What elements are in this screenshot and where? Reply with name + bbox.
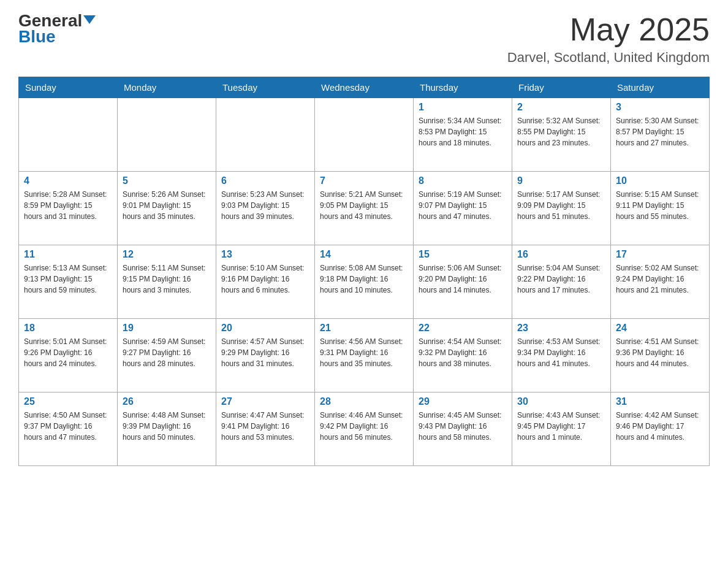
day-info: Sunrise: 5:19 AM Sunset: 9:07 PM Dayligh… (419, 189, 507, 222)
calendar-cell: 1Sunrise: 5:34 AM Sunset: 8:53 PM Daylig… (414, 98, 512, 172)
day-info: Sunrise: 5:23 AM Sunset: 9:03 PM Dayligh… (221, 189, 309, 222)
calendar-cell: 15Sunrise: 5:06 AM Sunset: 9:20 PM Dayli… (414, 245, 512, 319)
day-number: 27 (221, 396, 309, 407)
page-header: General Blue May 2025 Darvel, Scotland, … (18, 12, 710, 66)
day-number: 24 (616, 323, 704, 334)
day-info: Sunrise: 5:08 AM Sunset: 9:18 PM Dayligh… (320, 262, 408, 296)
day-number: 17 (616, 249, 704, 260)
day-info: Sunrise: 4:47 AM Sunset: 9:41 PM Dayligh… (221, 410, 309, 443)
title-block: May 2025 Darvel, Scotland, United Kingdo… (507, 12, 710, 66)
calendar-week-row: 18Sunrise: 5:01 AM Sunset: 9:26 PM Dayli… (19, 319, 710, 393)
calendar-cell: 12Sunrise: 5:11 AM Sunset: 9:15 PM Dayli… (118, 245, 216, 319)
day-number: 9 (517, 175, 605, 186)
day-number: 25 (24, 396, 112, 407)
location-title: Darvel, Scotland, United Kingdom (507, 50, 710, 66)
calendar-cell: 2Sunrise: 5:32 AM Sunset: 8:55 PM Daylig… (512, 98, 611, 172)
day-info: Sunrise: 5:01 AM Sunset: 9:26 PM Dayligh… (24, 336, 112, 369)
calendar-cell: 22Sunrise: 4:54 AM Sunset: 9:32 PM Dayli… (414, 319, 512, 393)
day-number: 7 (320, 175, 408, 186)
calendar-cell (315, 98, 414, 172)
calendar-header-monday: Monday (118, 77, 216, 98)
calendar-cell: 27Sunrise: 4:47 AM Sunset: 9:41 PM Dayli… (216, 393, 315, 466)
day-number: 13 (221, 249, 309, 260)
day-info: Sunrise: 5:15 AM Sunset: 9:11 PM Dayligh… (616, 189, 704, 222)
calendar-week-row: 4Sunrise: 5:28 AM Sunset: 8:59 PM Daylig… (19, 172, 710, 245)
logo-blue: Blue (18, 28, 56, 45)
calendar-cell: 4Sunrise: 5:28 AM Sunset: 8:59 PM Daylig… (19, 172, 118, 245)
calendar-cell (19, 98, 118, 172)
calendar-header-saturday: Saturday (611, 77, 710, 98)
day-number: 29 (419, 396, 507, 407)
day-info: Sunrise: 4:42 AM Sunset: 9:46 PM Dayligh… (616, 410, 704, 443)
day-info: Sunrise: 5:06 AM Sunset: 9:20 PM Dayligh… (419, 262, 507, 296)
day-number: 21 (320, 323, 408, 334)
calendar-table: SundayMondayTuesdayWednesdayThursdayFrid… (18, 77, 710, 466)
day-number: 2 (517, 102, 605, 113)
calendar-cell: 14Sunrise: 5:08 AM Sunset: 9:18 PM Dayli… (315, 245, 414, 319)
day-number: 26 (123, 396, 211, 407)
calendar-cell: 9Sunrise: 5:17 AM Sunset: 9:09 PM Daylig… (512, 172, 611, 245)
calendar-cell: 21Sunrise: 4:56 AM Sunset: 9:31 PM Dayli… (315, 319, 414, 393)
day-info: Sunrise: 4:45 AM Sunset: 9:43 PM Dayligh… (419, 410, 507, 443)
day-number: 1 (419, 102, 507, 113)
day-number: 5 (123, 175, 211, 186)
calendar-cell: 26Sunrise: 4:48 AM Sunset: 9:39 PM Dayli… (118, 393, 216, 466)
day-info: Sunrise: 5:10 AM Sunset: 9:16 PM Dayligh… (221, 262, 309, 296)
calendar-header-thursday: Thursday (414, 77, 512, 98)
calendar-cell: 23Sunrise: 4:53 AM Sunset: 9:34 PM Dayli… (512, 319, 611, 393)
calendar-week-row: 1Sunrise: 5:34 AM Sunset: 8:53 PM Daylig… (19, 98, 710, 172)
calendar-cell: 3Sunrise: 5:30 AM Sunset: 8:57 PM Daylig… (611, 98, 710, 172)
day-number: 19 (123, 323, 211, 334)
logo: General Blue (18, 12, 96, 45)
day-info: Sunrise: 4:59 AM Sunset: 9:27 PM Dayligh… (123, 336, 211, 369)
day-info: Sunrise: 4:54 AM Sunset: 9:32 PM Dayligh… (419, 336, 507, 369)
day-info: Sunrise: 4:56 AM Sunset: 9:31 PM Dayligh… (320, 336, 408, 369)
calendar-cell: 17Sunrise: 5:02 AM Sunset: 9:24 PM Dayli… (611, 245, 710, 319)
logo-triangle-icon (83, 15, 96, 24)
calendar-cell (118, 98, 216, 172)
day-info: Sunrise: 5:30 AM Sunset: 8:57 PM Dayligh… (616, 115, 704, 148)
day-info: Sunrise: 4:50 AM Sunset: 9:37 PM Dayligh… (24, 410, 112, 443)
calendar-header-friday: Friday (512, 77, 611, 98)
calendar-cell (216, 98, 315, 172)
calendar-cell: 25Sunrise: 4:50 AM Sunset: 9:37 PM Dayli… (19, 393, 118, 466)
day-info: Sunrise: 4:57 AM Sunset: 9:29 PM Dayligh… (221, 336, 309, 369)
calendar-header-tuesday: Tuesday (216, 77, 315, 98)
day-info: Sunrise: 5:28 AM Sunset: 8:59 PM Dayligh… (24, 189, 112, 222)
day-info: Sunrise: 5:32 AM Sunset: 8:55 PM Dayligh… (517, 115, 605, 148)
calendar-header-row: SundayMondayTuesdayWednesdayThursdayFrid… (19, 77, 710, 98)
calendar-cell: 10Sunrise: 5:15 AM Sunset: 9:11 PM Dayli… (611, 172, 710, 245)
calendar-cell: 31Sunrise: 4:42 AM Sunset: 9:46 PM Dayli… (611, 393, 710, 466)
day-number: 3 (616, 102, 704, 113)
day-number: 8 (419, 175, 507, 186)
day-number: 30 (517, 396, 605, 407)
day-number: 6 (221, 175, 309, 186)
day-number: 4 (24, 175, 112, 186)
day-number: 10 (616, 175, 704, 186)
calendar-header-sunday: Sunday (19, 77, 118, 98)
day-info: Sunrise: 4:51 AM Sunset: 9:36 PM Dayligh… (616, 336, 704, 369)
day-number: 16 (517, 249, 605, 260)
calendar-cell: 16Sunrise: 5:04 AM Sunset: 9:22 PM Dayli… (512, 245, 611, 319)
day-number: 15 (419, 249, 507, 260)
day-info: Sunrise: 5:13 AM Sunset: 9:13 PM Dayligh… (24, 262, 112, 296)
calendar-cell: 19Sunrise: 4:59 AM Sunset: 9:27 PM Dayli… (118, 319, 216, 393)
day-number: 28 (320, 396, 408, 407)
calendar-cell: 7Sunrise: 5:21 AM Sunset: 9:05 PM Daylig… (315, 172, 414, 245)
day-info: Sunrise: 5:34 AM Sunset: 8:53 PM Dayligh… (419, 115, 507, 148)
day-number: 14 (320, 249, 408, 260)
calendar-cell: 30Sunrise: 4:43 AM Sunset: 9:45 PM Dayli… (512, 393, 611, 466)
day-info: Sunrise: 4:53 AM Sunset: 9:34 PM Dayligh… (517, 336, 605, 369)
calendar-week-row: 11Sunrise: 5:13 AM Sunset: 9:13 PM Dayli… (19, 245, 710, 319)
day-info: Sunrise: 5:17 AM Sunset: 9:09 PM Dayligh… (517, 189, 605, 222)
day-info: Sunrise: 5:26 AM Sunset: 9:01 PM Dayligh… (123, 189, 211, 222)
calendar-cell: 11Sunrise: 5:13 AM Sunset: 9:13 PM Dayli… (19, 245, 118, 319)
day-info: Sunrise: 4:46 AM Sunset: 9:42 PM Dayligh… (320, 410, 408, 443)
calendar-cell: 18Sunrise: 5:01 AM Sunset: 9:26 PM Dayli… (19, 319, 118, 393)
day-number: 11 (24, 249, 112, 260)
calendar-week-row: 25Sunrise: 4:50 AM Sunset: 9:37 PM Dayli… (19, 393, 710, 466)
day-info: Sunrise: 5:04 AM Sunset: 9:22 PM Dayligh… (517, 262, 605, 296)
day-number: 18 (24, 323, 112, 334)
calendar-cell: 13Sunrise: 5:10 AM Sunset: 9:16 PM Dayli… (216, 245, 315, 319)
day-info: Sunrise: 5:02 AM Sunset: 9:24 PM Dayligh… (616, 262, 704, 296)
